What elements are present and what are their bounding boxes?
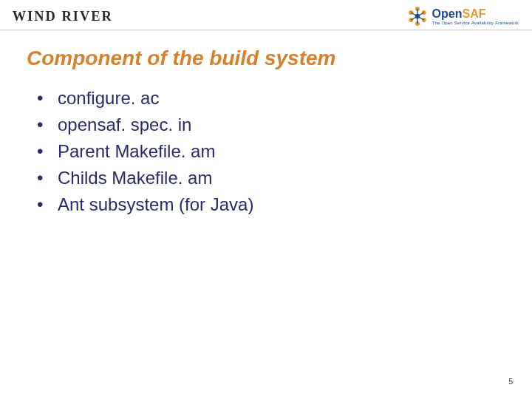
svg-point-4	[409, 18, 413, 22]
list-item: • Ant subsystem (for Java)	[35, 191, 532, 218]
svg-point-2	[421, 18, 426, 22]
list-item: • configure. ac	[35, 85, 532, 112]
bullet-icon: •	[35, 85, 58, 112]
opensaf-title-saf: SAF	[462, 7, 485, 20]
bullet-icon: •	[35, 112, 58, 138]
list-item-text: Parent Makefile. am	[58, 138, 215, 165]
svg-point-5	[409, 10, 413, 15]
bullet-list: • configure. ac • opensaf. spec. in • Pa…	[0, 78, 532, 218]
opensaf-title: OpenSAF	[432, 8, 519, 20]
opensaf-title-open: Open	[432, 7, 463, 20]
bullet-icon: •	[35, 138, 58, 165]
list-item-text: Ant subsystem (for Java)	[58, 191, 253, 218]
list-item: • opensaf. spec. in	[35, 112, 532, 138]
list-item: • Parent Makefile. am	[35, 138, 532, 165]
opensaf-icon	[407, 6, 428, 27]
opensaf-logo-block: OpenSAF The Open Service Availability Fr…	[407, 6, 519, 27]
page-number: 5	[508, 378, 513, 386]
opensaf-tagline: The Open Service Availability Framework	[432, 21, 519, 25]
opensaf-text: OpenSAF The Open Service Availability Fr…	[432, 8, 519, 25]
list-item-text: opensaf. spec. in	[58, 112, 191, 138]
bullet-icon: •	[35, 191, 58, 218]
slide-header: WIND RIVER OpenSAF The	[0, 0, 532, 30]
svg-point-1	[421, 10, 426, 15]
windriver-logo-text: WIND RIVER	[13, 9, 113, 24]
bullet-icon: •	[35, 165, 58, 191]
list-item-text: configure. ac	[58, 85, 159, 112]
slide-title: Component of the build system	[0, 30, 532, 78]
list-item: • Childs Makefile. am	[35, 165, 532, 191]
list-item-text: Childs Makefile. am	[58, 165, 212, 191]
